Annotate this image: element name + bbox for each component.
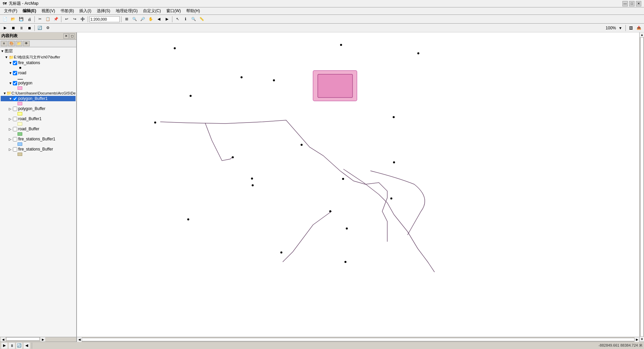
cut-button[interactable]: ✂ (36, 16, 44, 23)
road-expand[interactable]: ▼ (9, 71, 13, 75)
scroll-down-btn[interactable]: ▼ (640, 337, 644, 342)
polygon-buffer1-expand[interactable]: ▼ (9, 97, 13, 101)
road-buffer-checkbox[interactable] (13, 127, 17, 131)
undo-button[interactable]: ↩ (63, 16, 70, 23)
toc-scroll-right[interactable]: ▶ (40, 337, 45, 342)
tool2-2[interactable]: ◼ (9, 24, 17, 32)
polygon-expand[interactable]: ▼ (9, 81, 13, 85)
redo-button[interactable]: ↪ (71, 16, 78, 23)
zoom-in-button[interactable]: 🔍 (131, 16, 138, 23)
fire-stations-checkbox[interactable] (13, 61, 17, 65)
polygon-buffer1-checkbox[interactable] (13, 97, 17, 101)
layer-polygon[interactable]: ▼ polygon (1, 80, 76, 86)
tool2-7[interactable]: 🖼 (627, 24, 635, 32)
open-button[interactable]: 📂 (9, 16, 17, 23)
fire-stations-buffer-checkbox[interactable] (13, 147, 17, 152)
map-canvas[interactable] (77, 32, 639, 337)
layer-fire-stations[interactable]: ▼ fire_stations (1, 60, 76, 65)
zoom-percent-btn[interactable]: ▼ (617, 24, 624, 32)
polygon-symbol (18, 86, 22, 90)
tool2-4[interactable]: ⏹ (26, 24, 33, 32)
status-btn3[interactable]: 🔄 (16, 343, 22, 349)
paste-button[interactable]: 📌 (52, 16, 60, 23)
fire-stations-buffer1-checkbox[interactable] (13, 137, 17, 141)
scroll-right-btn[interactable]: ▶ (635, 337, 639, 342)
map-vscrollbar[interactable] (640, 37, 644, 337)
layer-road-buffer1[interactable]: ▷ road_Buffer1 (1, 116, 76, 122)
add-data-button[interactable]: ➕ (79, 16, 86, 23)
tool2-6[interactable]: ⚙ (44, 24, 52, 32)
menu-insert[interactable]: 插入(I) (77, 7, 94, 15)
toc-tab-visibility[interactable]: 👁 (23, 41, 30, 46)
scroll-left-btn[interactable]: ◀ (77, 337, 82, 342)
point-17 (390, 197, 392, 199)
app-icon: 🗺 (3, 1, 7, 6)
polygon-buffer-checkbox[interactable] (13, 107, 17, 111)
toc-close-button[interactable]: ✕ (63, 33, 69, 39)
road-buffer-expand[interactable]: ▷ (9, 127, 13, 131)
polygon-buffer-expand[interactable]: ▷ (9, 107, 13, 111)
select-button[interactable]: ↖ (174, 16, 181, 23)
layer-root[interactable]: ▼ 图层 (1, 48, 76, 54)
layer-polygon-buffer1[interactable]: ▼ polygon_Buffer1 (1, 96, 76, 101)
find-button[interactable]: 🔍 (190, 16, 197, 23)
menu-bookmark[interactable]: 书签(B) (58, 7, 77, 15)
road-buffer1-checkbox[interactable] (13, 117, 17, 121)
zoom-full-button[interactable]: ⊞ (123, 16, 130, 23)
toc-tab-draw[interactable]: 🎨 (8, 41, 15, 46)
toc-tab-source[interactable]: 📁 (16, 41, 22, 46)
toc-options-button[interactable]: ◻ (69, 33, 75, 39)
point-1 (174, 47, 176, 49)
folder2-item[interactable]: ▼ 📁 C:\Users\hasee\Documents\ArcGIS\De (1, 90, 76, 96)
toc-scrollbar[interactable] (6, 337, 40, 341)
status-btn4[interactable]: ◀ (24, 343, 30, 349)
fire-stations-expand[interactable]: ▼ (9, 61, 13, 65)
new-button[interactable]: 📄 (1, 16, 9, 23)
tool2-8[interactable]: 📤 (635, 24, 643, 32)
zoom-next-button[interactable]: ▶ (163, 16, 171, 23)
menu-view[interactable]: 视图(V) (39, 7, 58, 15)
folder1-item[interactable]: ▼ 📁 E:\地信实习文件\ch07\buffer (1, 54, 76, 60)
fire-stations-buffer1-expand[interactable]: ▷ (9, 137, 13, 141)
scroll-up-btn[interactable]: ▲ (640, 32, 644, 37)
save-button[interactable]: 💾 (18, 16, 25, 23)
close-button[interactable]: ✕ (636, 1, 641, 6)
identify-button[interactable]: ℹ (182, 16, 189, 23)
zoom-prev-button[interactable]: ◀ (155, 16, 163, 23)
menu-customize[interactable]: 自定义(C) (140, 7, 164, 15)
menu-file[interactable]: 文件(F) (1, 7, 20, 15)
menu-help[interactable]: 帮助(H) (184, 7, 203, 15)
road-checkbox[interactable] (13, 71, 17, 75)
fire-stations-buffer-expand[interactable]: ▷ (9, 147, 13, 151)
tool2-3[interactable]: ⏸ (18, 24, 25, 32)
toc-scroll-left[interactable]: ◀ (1, 337, 5, 342)
print-button[interactable]: 🖨 (26, 16, 33, 23)
menu-window[interactable]: 窗口(W) (164, 7, 184, 15)
layer-fire-stations-buffer1[interactable]: ▷ fire_stations_Buffer1 (1, 136, 76, 142)
layer-polygon-buffer[interactable]: ▷ polygon_Buffer (1, 106, 76, 111)
menu-edit[interactable]: 编辑(E) (20, 7, 39, 15)
folder2-expand[interactable]: ▼ (3, 91, 6, 95)
layer-road-buffer[interactable]: ▷ road_Buffer (1, 126, 76, 132)
minimize-button[interactable]: — (622, 1, 628, 6)
menu-select[interactable]: 选择(S) (94, 7, 113, 15)
tool2-1[interactable]: ▶ (1, 24, 9, 32)
measure-button[interactable]: 📏 (198, 16, 205, 23)
folder1-expand-icon[interactable]: ▼ (5, 55, 9, 59)
scale-input[interactable] (89, 16, 120, 22)
status-btn2[interactable]: ⏸ (9, 343, 15, 349)
root-expand-icon[interactable]: ▼ (1, 49, 5, 53)
toc-tab-list[interactable]: ≡ (1, 41, 7, 46)
layer-fire-stations-buffer[interactable]: ▷ fire_stations_Buffer (1, 146, 76, 152)
copy-button[interactable]: 📋 (44, 16, 52, 23)
zoom-out-button[interactable]: 🔎 (139, 16, 146, 23)
tool2-5[interactable]: 🔄 (36, 24, 44, 32)
menu-geoprocess[interactable]: 地理处理(G) (113, 7, 140, 15)
polygon-checkbox[interactable] (13, 81, 17, 85)
pan-button[interactable]: ✋ (147, 16, 155, 23)
status-btn1[interactable]: ▶ (1, 343, 7, 349)
layer-road[interactable]: ▼ road (1, 70, 76, 76)
road-buffer1-expand[interactable]: ▷ (9, 117, 13, 121)
restore-button[interactable]: □ (629, 1, 635, 6)
map-hscrollbar[interactable] (82, 338, 635, 341)
